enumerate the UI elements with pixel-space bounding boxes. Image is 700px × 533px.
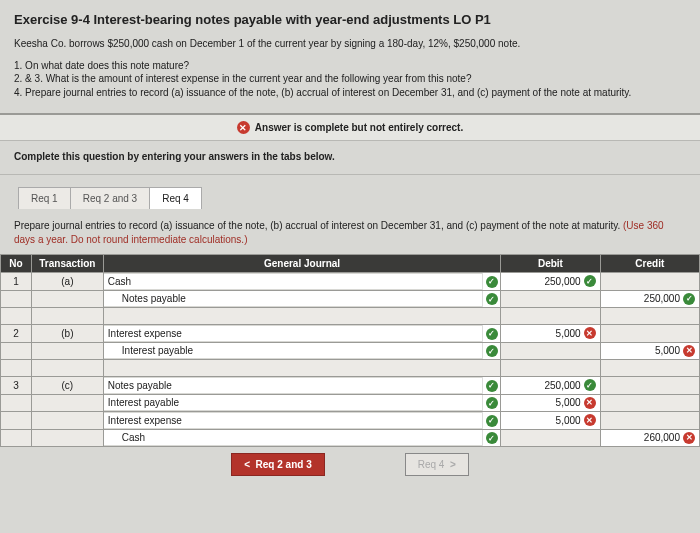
hdr-credit: Credit xyxy=(600,255,699,273)
table-row: Cash✓ 260,000✕ xyxy=(1,429,700,447)
cell-credit[interactable]: 5,000✕ xyxy=(600,342,699,360)
table-row: 3 (c) Notes payable✓ 250,000✓ xyxy=(1,377,700,395)
table-row xyxy=(1,360,700,377)
check-icon: ✓ xyxy=(486,432,498,444)
cell-account[interactable]: Cash✓ xyxy=(103,429,500,447)
cell-tx: (c) xyxy=(31,377,103,395)
cell-debit[interactable]: 250,000✓ xyxy=(501,377,600,395)
cell-tx xyxy=(31,290,103,308)
x-icon: ✕ xyxy=(584,327,596,339)
cell-account[interactable]: Notes payable✓ xyxy=(103,377,500,395)
table-row xyxy=(1,308,700,325)
check-icon: ✓ xyxy=(584,275,596,287)
x-icon: ✕ xyxy=(683,432,695,444)
cell-credit[interactable]: 250,000✓ xyxy=(600,290,699,308)
check-icon: ✓ xyxy=(486,276,498,288)
question-list: 1. On what date does this note mature? 2… xyxy=(14,59,686,100)
status-banner: ✕ Answer is complete but not entirely co… xyxy=(0,113,700,141)
cell-tx: (b) xyxy=(31,325,103,343)
question-2-3: 2. & 3. What is the amount of interest e… xyxy=(14,72,686,86)
cell-credit[interactable] xyxy=(600,325,699,343)
hdr-transaction: Transaction xyxy=(31,255,103,273)
hdr-no: No xyxy=(1,255,32,273)
hdr-general-journal: General Journal xyxy=(103,255,500,273)
tab-bar: Req 1 Req 2 and 3 Req 4 xyxy=(18,187,700,209)
cell-account[interactable] xyxy=(103,360,500,377)
cell-account[interactable]: Cash✓ xyxy=(103,273,500,291)
cell-no: 3 xyxy=(1,377,32,395)
x-icon: ✕ xyxy=(584,414,596,426)
table-row: Interest payable✓ 5,000✕ xyxy=(1,342,700,360)
check-icon: ✓ xyxy=(486,415,498,427)
cell-debit[interactable]: 5,000✕ xyxy=(501,394,600,412)
cell-debit[interactable]: 5,000✕ xyxy=(501,325,600,343)
check-icon: ✓ xyxy=(486,293,498,305)
cell-no: 1 xyxy=(1,273,32,291)
page-title: Exercise 9-4 Interest-bearing notes paya… xyxy=(14,12,686,27)
status-text: Answer is complete but not entirely corr… xyxy=(255,122,463,133)
question-1: 1. On what date does this note mature? xyxy=(14,59,686,73)
check-icon: ✓ xyxy=(486,380,498,392)
tab-req-4[interactable]: Req 4 xyxy=(150,187,202,209)
hdr-debit: Debit xyxy=(501,255,600,273)
x-icon: ✕ xyxy=(683,345,695,357)
check-icon: ✓ xyxy=(486,328,498,340)
journal-table: No Transaction General Journal Debit Cre… xyxy=(0,254,700,447)
cell-tx: (a) xyxy=(31,273,103,291)
cell-no: 2 xyxy=(1,325,32,343)
cell-credit[interactable] xyxy=(600,273,699,291)
check-icon: ✓ xyxy=(683,293,695,305)
question-4: 4. Prepare journal entries to record (a)… xyxy=(14,86,686,100)
table-header-row: No Transaction General Journal Debit Cre… xyxy=(1,255,700,273)
cell-account[interactable]: Interest payable✓ xyxy=(103,342,500,360)
check-icon: ✓ xyxy=(486,397,498,409)
cell-debit[interactable]: 5,000✕ xyxy=(501,412,600,430)
table-row: 2 (b) Interest expense✓ 5,000✕ xyxy=(1,325,700,343)
cell-debit[interactable]: 250,000✓ xyxy=(501,273,600,291)
cell-debit[interactable] xyxy=(501,290,600,308)
cell-account[interactable]: Interest payable✓ xyxy=(103,394,500,412)
nav-buttons: < Req 2 and 3 Req 4 > xyxy=(0,453,700,476)
cell-account[interactable]: Interest expense✓ xyxy=(103,325,500,343)
cell-no xyxy=(1,290,32,308)
cell-credit[interactable]: 260,000✕ xyxy=(600,429,699,447)
prev-button[interactable]: < Req 2 and 3 xyxy=(231,453,325,476)
cell-account[interactable] xyxy=(103,308,500,325)
check-icon: ✓ xyxy=(584,379,596,391)
tab-req-2-3[interactable]: Req 2 and 3 xyxy=(71,187,151,209)
check-icon: ✓ xyxy=(486,345,498,357)
chevron-right-icon: > xyxy=(450,459,456,470)
table-row: 1 (a) Cash✓ 250,000✓ xyxy=(1,273,700,291)
table-row: Interest expense✓ 5,000✕ xyxy=(1,412,700,430)
chevron-left-icon: < xyxy=(244,459,250,470)
cell-account[interactable]: Interest expense✓ xyxy=(103,412,500,430)
table-row: Interest payable✓ 5,000✕ xyxy=(1,394,700,412)
prep-text: Prepare journal entries to record (a) is… xyxy=(14,220,623,231)
tab-instructions: Prepare journal entries to record (a) is… xyxy=(0,209,700,254)
instruction-line: Complete this question by entering your … xyxy=(0,141,700,175)
exercise-intro: Keesha Co. borrows $250,000 cash on Dece… xyxy=(14,37,686,51)
tab-req-1[interactable]: Req 1 xyxy=(18,187,71,209)
x-icon: ✕ xyxy=(584,397,596,409)
next-button[interactable]: Req 4 > xyxy=(405,453,469,476)
table-row: Notes payable✓ 250,000✓ xyxy=(1,290,700,308)
x-icon: ✕ xyxy=(237,121,250,134)
cell-account[interactable]: Notes payable✓ xyxy=(103,290,500,308)
